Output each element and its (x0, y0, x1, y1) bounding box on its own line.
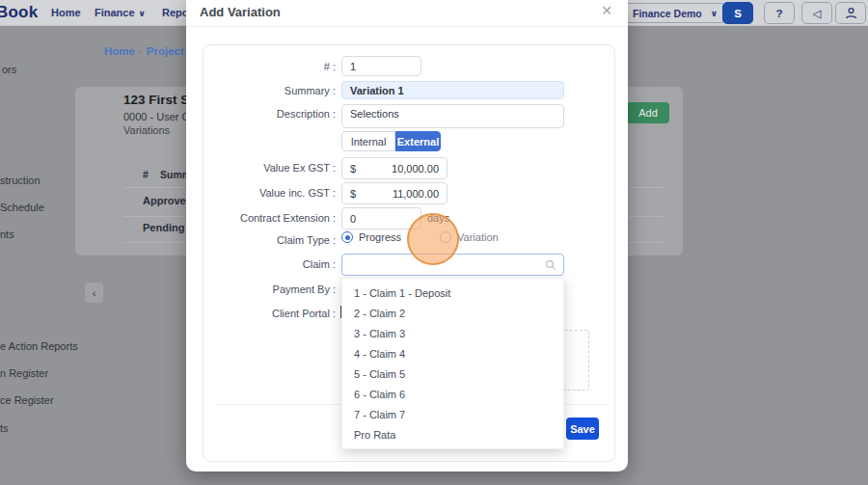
sidebar-item[interactable]: n Register (0, 367, 48, 379)
number-label: # : (186, 61, 336, 72)
breadcrumb-separator: · (135, 45, 147, 57)
claim-dropdown-option[interactable]: 7 - Claim 7 (342, 404, 563, 424)
add-button[interactable]: Add (627, 102, 669, 123)
breadcrumb-project[interactable]: Project (147, 45, 184, 57)
currency-symbol: $ (350, 163, 356, 175)
modal-title: Add Variation (200, 5, 281, 19)
sidebar-item[interactable]: ce Register (0, 394, 54, 406)
section-label: Variations (123, 124, 170, 136)
announcements-button[interactable]: ◁ (801, 2, 832, 24)
add-variation-modal: Add Variation ✕ # : 1 Summary : Variatio… (186, 0, 628, 472)
save-button[interactable]: Save (566, 418, 599, 440)
claim-combobox[interactable] (341, 254, 564, 276)
breadcrumb: Home·Project (104, 45, 184, 57)
summary-label: Summary : (186, 85, 336, 96)
help-button[interactable]: ? (764, 2, 795, 24)
table-row[interactable]: Pending (143, 222, 184, 233)
claim-dropdown-option[interactable]: 4 - Claim 4 (342, 343, 563, 364)
nav-item-finance[interactable]: Finance∨ (95, 7, 146, 18)
claim-dropdown-option[interactable]: 6 - Claim 6 (342, 384, 563, 404)
radio-variation-label: Variation (457, 231, 499, 243)
nav-item-home[interactable]: Home (51, 7, 81, 18)
sidebar-item[interactable]: e Action Reports (0, 340, 78, 352)
tab-external[interactable]: External (395, 131, 441, 151)
claim-dropdown-list: 1 - Claim 1 - Deposit2 - Claim 23 - Clai… (341, 278, 564, 449)
sidebar-item[interactable]: ts (0, 422, 9, 434)
sidebar-collapse-button[interactable]: ‹ (85, 283, 103, 303)
sidebar-item[interactable]: Schedule (0, 202, 44, 213)
account-button[interactable] (835, 2, 866, 24)
claim-dropdown-option[interactable]: 5 - Claim 5 (342, 364, 563, 384)
tab-internal[interactable]: Internal (341, 131, 395, 151)
summary-input[interactable]: Variation 1 (341, 81, 564, 99)
click-highlight-ring (407, 213, 459, 265)
radio-progress[interactable] (341, 231, 353, 243)
app-logo: Book (0, 3, 38, 22)
header-divider (186, 26, 628, 27)
value-inc-gst-input[interactable]: $11,000.00 (341, 182, 448, 204)
claim-type-label: Claim Type : (186, 234, 336, 246)
chevron-down-icon: ∨ (139, 9, 146, 18)
claim-dropdown-option[interactable]: 1 - Claim 1 - Deposit (342, 283, 563, 303)
table-row[interactable]: Approved (143, 195, 192, 206)
column-header-number: # (143, 169, 149, 180)
org-selector[interactable]: Finance Demo∨ (624, 3, 726, 23)
radio-progress-label: Progress (359, 231, 401, 243)
megaphone-icon: ◁ (813, 7, 822, 20)
sidebar-item[interactable]: nts (0, 229, 14, 240)
client-portal-label: Client Portal : (186, 308, 336, 319)
number-input[interactable]: 1 (341, 56, 421, 76)
close-icon[interactable]: ✕ (601, 3, 612, 18)
chevron-down-icon: ∨ (711, 9, 718, 18)
contract-extension-label: Contract Extension : (186, 212, 336, 224)
payment-by-label: Payment By : (186, 283, 336, 295)
currency-symbol: $ (350, 188, 356, 200)
search-icon (545, 259, 556, 271)
user-initial-button[interactable]: S (722, 2, 753, 24)
person-icon (845, 7, 857, 19)
claim-label: Claim : (186, 258, 336, 270)
sidebar-item[interactable]: struction (0, 175, 41, 186)
claim-dropdown-option[interactable]: Pro Rata (342, 424, 563, 445)
breadcrumb-home[interactable]: Home (104, 45, 135, 57)
claim-dropdown-option[interactable]: 3 - Claim 3 (342, 323, 563, 343)
value-ex-gst-label: Value Ex GST : (186, 162, 336, 174)
description-input[interactable]: Selections (341, 104, 564, 128)
claim-dropdown-option[interactable]: 2 - Claim 2 (342, 303, 563, 323)
screen: Book Home Finance∨ Repor Finance Demo∨ S… (0, 0, 868, 485)
project-subtitle: 0000 - User Gu (123, 111, 196, 122)
value-ex-gst-input[interactable]: $10,000.00 (341, 157, 448, 179)
value-inc-gst-label: Value inc. GST : (186, 187, 336, 199)
sidebar-item[interactable]: ors (2, 64, 16, 75)
description-label: Description : (186, 108, 336, 120)
